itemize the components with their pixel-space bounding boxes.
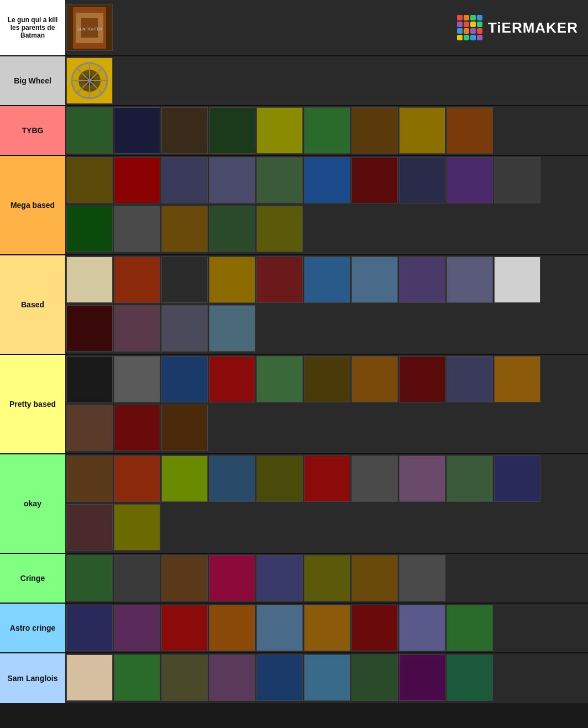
ac-img-6: [304, 605, 350, 651]
astro-cringe-images: [65, 604, 588, 652]
image-gun-batman: GUNFIGHTER: [66, 4, 113, 51]
b-img-14: [209, 305, 255, 352]
tier-big-wheel: Big Wheel: [0, 56, 588, 106]
tybg-img-8: [399, 107, 445, 154]
ok-img-8: [399, 455, 445, 502]
logo-area: TiERMAKER: [114, 15, 587, 40]
pb-img-4: [209, 356, 255, 402]
based-label: Based: [0, 255, 65, 354]
top-tier-label: Le gun qui a kill les parents de Batman: [0, 0, 65, 55]
ac-img-4: [209, 605, 255, 651]
sl-img-5: [256, 654, 303, 701]
sl-img-2: [114, 654, 160, 701]
big-wheel-label: Big Wheel: [0, 56, 65, 105]
mb-img-5: [256, 157, 303, 203]
mb-img-9: [447, 157, 493, 203]
top-tier-row: Le gun qui a kill les parents de Batman …: [0, 0, 588, 56]
tier-mega-based: Mega based: [0, 156, 588, 255]
mb-img-7: [351, 157, 398, 203]
tybg-img-2: [114, 107, 160, 154]
mb-img-12: [114, 206, 160, 252]
mb-img-6: [304, 157, 350, 203]
ac-img-8: [399, 605, 445, 651]
pretty-based-images: [65, 355, 588, 453]
b-img-7: [351, 256, 398, 303]
sl-img-9: [447, 654, 493, 701]
b-img-3: [161, 256, 208, 303]
pb-img-13: [161, 405, 208, 451]
pb-img-2: [114, 356, 160, 402]
tier-sam-langlois: Sam Langlois: [0, 653, 588, 703]
b-img-10: [494, 256, 540, 303]
pb-img-12: [114, 405, 160, 451]
b-img-9: [447, 256, 493, 303]
b-img-13: [161, 305, 208, 352]
ok-img-6: [304, 455, 350, 502]
b-img-12: [114, 305, 160, 352]
sam-langlois-label: Sam Langlois: [0, 653, 65, 703]
ac-img-1: [66, 605, 113, 651]
sl-img-1: [66, 654, 113, 701]
b-img-5: [256, 256, 303, 303]
ok-img-3: [161, 455, 208, 502]
ac-img-2: [114, 605, 160, 651]
ok-img-12: [114, 504, 160, 551]
b-img-1: [66, 256, 113, 303]
pb-img-3: [161, 356, 208, 402]
tybg-img-4: [209, 107, 255, 154]
tier-based: Based: [0, 255, 588, 355]
sl-img-4: [209, 654, 255, 701]
tybg-label: TYBG: [0, 106, 65, 155]
tier-pretty-based: Pretty based: [0, 355, 588, 454]
big-wheel-images: [65, 56, 588, 105]
image-big-wheel: [66, 57, 113, 104]
ac-img-7: [351, 605, 398, 651]
pb-img-7: [351, 356, 398, 402]
mb-img-1: [66, 157, 113, 203]
svg-text:GUNFIGHTER: GUNFIGHTER: [77, 27, 102, 31]
ac-img-9: [447, 605, 493, 651]
sl-img-3: [161, 654, 208, 701]
based-images: [65, 255, 588, 354]
pretty-based-label: Pretty based: [0, 355, 65, 453]
cr-img-2: [114, 555, 160, 601]
cringe-images: [65, 554, 588, 603]
pb-img-6: [304, 356, 350, 402]
pb-img-1: [66, 356, 113, 402]
cr-img-4: [209, 555, 255, 601]
mb-img-3: [161, 157, 208, 203]
sl-img-8: [399, 654, 445, 701]
sl-img-7: [351, 654, 398, 701]
mb-img-10: [494, 157, 540, 203]
tybg-img-7: [351, 107, 398, 154]
ac-img-3: [161, 605, 208, 651]
ok-img-1: [66, 455, 113, 502]
mb-img-15: [256, 206, 303, 252]
b-img-8: [399, 256, 445, 303]
tybg-img-1: [66, 107, 113, 154]
mb-img-11: [66, 206, 113, 252]
b-img-4: [209, 256, 255, 303]
tybg-img-3: [161, 107, 208, 154]
astro-cringe-label: Astro cringe: [0, 604, 65, 652]
mb-img-2: [114, 157, 160, 203]
mb-img-8: [399, 157, 445, 203]
pb-img-5: [256, 356, 303, 402]
ac-img-5: [256, 605, 303, 651]
cr-img-8: [399, 555, 445, 601]
tier-list: Le gun qui a kill les parents de Batman …: [0, 0, 588, 703]
cr-img-7: [351, 555, 398, 601]
tier-tybg: TYBG: [0, 106, 588, 156]
mb-img-13: [161, 206, 208, 252]
sam-langlois-images: [65, 653, 588, 703]
b-img-2: [114, 256, 160, 303]
tier-astro-cringe: Astro cringe: [0, 604, 588, 653]
mb-img-4: [209, 157, 255, 203]
ok-img-9: [447, 455, 493, 502]
ok-img-11: [66, 504, 113, 551]
ok-img-7: [351, 455, 398, 502]
cr-img-5: [256, 555, 303, 601]
ok-img-5: [256, 455, 303, 502]
cr-img-3: [161, 555, 208, 601]
cr-img-6: [304, 555, 350, 601]
